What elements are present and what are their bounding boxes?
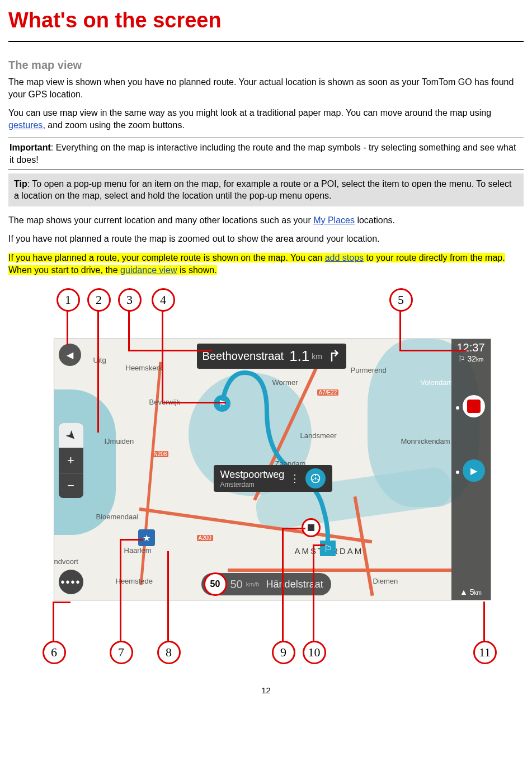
- leader-8: [167, 551, 169, 641]
- speed-limit-sign: 50: [204, 572, 227, 596]
- place-purmerend: Purmerend: [351, 366, 387, 374]
- para3-b: locations.: [355, 215, 395, 225]
- callout-7: 7: [110, 641, 133, 664]
- flag-icon: ⚑: [218, 398, 226, 409]
- section-heading: The map view: [8, 59, 524, 72]
- zoom-in-button[interactable]: +: [59, 448, 83, 473]
- callout-2: 2: [87, 288, 111, 312]
- arrival-time: 12:37: [451, 341, 491, 354]
- important-text: : Everything on the map is interactive i…: [10, 143, 516, 165]
- leader-5v: [399, 309, 401, 350]
- next-instruction-panel[interactable]: Beethovenstraat 1.1km ↱: [197, 344, 346, 369]
- gestures-link[interactable]: gestures: [8, 120, 43, 130]
- callout-1: 1: [57, 288, 80, 312]
- page-title: What's on the screen: [8, 8, 524, 32]
- callout-8: 8: [157, 641, 181, 664]
- routebar-dot-2: [456, 471, 459, 474]
- routebar-stop-marker[interactable]: ▶: [463, 459, 485, 482]
- intro-para-2: You can use map view in the same way as …: [8, 107, 524, 131]
- guidance-view-link[interactable]: guidance view: [120, 265, 177, 275]
- svg-point-1: [315, 477, 317, 479]
- leader-1: [67, 309, 68, 345]
- para2-text-a: You can use map view in the same way as …: [8, 108, 491, 118]
- current-speed-value: 50: [230, 578, 243, 591]
- popup-title: Westpoortweg: [220, 469, 285, 480]
- place-heemskerk: Heemskerk: [126, 364, 163, 372]
- current-street: Händelstraat: [266, 579, 323, 590]
- remaining-distance: ⚐ 32km: [451, 354, 491, 363]
- important-label: Important: [10, 143, 51, 152]
- leader-9v: [282, 529, 284, 641]
- leader-10h: [313, 544, 325, 546]
- title-rule: [8, 41, 524, 42]
- add-stops-link[interactable]: add stops: [325, 253, 364, 262]
- drive-button[interactable]: [305, 468, 326, 489]
- leader-9h: [282, 528, 305, 529]
- switch-view-button[interactable]: ➤: [59, 423, 83, 448]
- callout-5: 5: [389, 288, 413, 312]
- callout-11: 11: [473, 641, 497, 664]
- para-planned-route: If you have planned a route, your comple…: [8, 252, 524, 276]
- routebar-bottom: ▲ 5km: [451, 588, 491, 596]
- place-haarlem: Haarlem: [124, 546, 152, 555]
- popup-subtitle: Amsterdam: [220, 481, 285, 489]
- place-diemen: Diemen: [373, 577, 398, 585]
- leader-4v: [162, 309, 163, 402]
- routebar-poi-marker[interactable]: [463, 395, 485, 417]
- star-icon: ★: [143, 533, 150, 543]
- para3-a: The map shows your current location and …: [8, 215, 313, 225]
- speed-panel[interactable]: 50 50km/h Händelstraat: [201, 573, 331, 595]
- checkered-flag-icon: ⚐: [324, 543, 332, 554]
- control-stack: ➤ + −: [59, 423, 83, 498]
- route-bar[interactable]: 12:37 ⚐ 32km ▶ ▲ 5km: [451, 339, 491, 600]
- tip-text: : To open a pop-up menu for an item on t…: [14, 179, 511, 201]
- leader-4h: [162, 402, 226, 403]
- route-start-marker[interactable]: ⚑: [214, 395, 230, 412]
- tip-note: Tip: To open a pop-up menu for an item o…: [8, 173, 524, 206]
- leader-6h: [53, 602, 70, 603]
- compass-icon: ▲: [460, 588, 468, 596]
- page-number: 12: [8, 685, 524, 695]
- tip-label: Tip: [14, 179, 27, 189]
- pin-icon: [308, 524, 314, 531]
- chevron-left-icon: ◀: [67, 350, 73, 360]
- main-menu-button[interactable]: ••••: [59, 570, 83, 594]
- instruction-street: Beethovenstraat: [203, 350, 284, 363]
- back-button[interactable]: ◀: [59, 344, 81, 366]
- instruction-dist-value: 1.1: [289, 347, 309, 365]
- intro-para-1: The map view is shown when you have no p…: [8, 76, 524, 100]
- place-bloemendaal: Bloemendaal: [96, 513, 139, 521]
- remaining-dist-value: 32: [467, 354, 476, 363]
- bottom-dist-value: 5: [470, 588, 474, 596]
- my-places-link[interactable]: My Places: [313, 215, 355, 225]
- important-note: Important: Everything on the map is inte…: [8, 138, 524, 170]
- place-landsmeer: Landsmeer: [300, 431, 337, 440]
- place-volendam: Volendam: [421, 378, 453, 387]
- zoom-out-button[interactable]: −: [59, 473, 83, 498]
- callout-3: 3: [118, 288, 142, 312]
- dots-icon: ••••: [60, 576, 81, 589]
- leader-3v: [128, 309, 130, 350]
- arrow-icon: ➤: [62, 427, 79, 444]
- map-figure: 1 2 3 4 5 6 7 8 9 10 11 N208 A200 A7: [31, 283, 501, 669]
- popup-menu-icon[interactable]: ⋮: [290, 476, 300, 481]
- minus-icon: −: [67, 478, 74, 493]
- place-uitg: Uitg: [93, 356, 106, 364]
- steering-wheel-icon: [310, 473, 321, 484]
- flag-icon-2: ▶: [470, 466, 477, 476]
- para2-text-b: , and zoom using the zoom buttons.: [43, 120, 184, 130]
- poi-icon: [467, 400, 481, 413]
- my-place-marker[interactable]: ★: [138, 529, 155, 546]
- location-popup[interactable]: Westpoortweg Amsterdam ⋮: [214, 465, 333, 492]
- destination-marker[interactable]: ⚐: [320, 541, 336, 556]
- callout-10: 10: [303, 641, 326, 664]
- leader-11: [483, 602, 485, 641]
- para-no-route: If you have not planned a route the map …: [8, 233, 524, 245]
- callout-4: 4: [152, 288, 175, 312]
- leader-7h: [120, 539, 143, 541]
- turn-right-icon: ↱: [328, 347, 341, 365]
- routebar-dot-1: [456, 406, 459, 410]
- place-ijmuiden: IJmuiden: [105, 437, 134, 445]
- para5-a: If you have planned a route, your comple…: [8, 253, 325, 262]
- leader-5h: [399, 350, 467, 351]
